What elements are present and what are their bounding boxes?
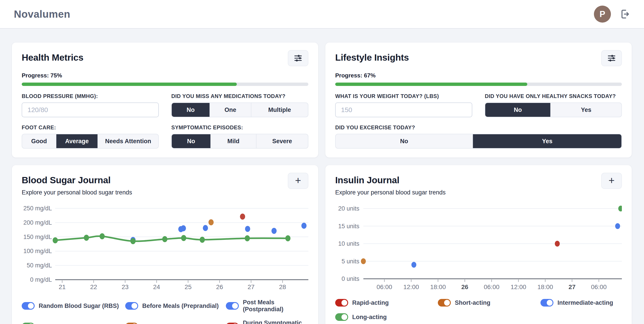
legend-item-post-meals-postprandial: Post Meals (Postprandial) [226, 299, 308, 313]
foot-care-label: FOOT CARE: [22, 124, 159, 131]
toggle-switch-post-meals-postprandial[interactable] [226, 302, 239, 310]
segment-option-yes[interactable]: Yes [473, 134, 622, 148]
health-metrics-settings-button[interactable] [288, 50, 308, 66]
toggle-knob [28, 303, 34, 309]
toggle-switch-fasting-blood-sugar[interactable] [22, 323, 35, 324]
svg-text:22: 22 [90, 283, 97, 290]
toggle-switch-feeling-unwell-or-stressed[interactable] [125, 323, 138, 324]
svg-text:200 mg/dL: 200 mg/dL [23, 219, 52, 226]
foot-care-segmented: GoodAverageNeeds Attention [22, 134, 159, 149]
insulin-add-button[interactable]: + [601, 173, 622, 189]
progress-bar-fill [22, 83, 237, 86]
card-blood-sugar-journal: Blood Sugar Journal Explore your persona… [12, 165, 318, 324]
legend-label: Intermediate-acting [558, 299, 613, 306]
lifestyle-insights-settings-button[interactable] [601, 50, 622, 66]
svg-text:26: 26 [216, 283, 223, 290]
legend-label: Long-acting [352, 314, 386, 321]
field-weight: WHAT IS YOUR WEIGHT TODAY? (LBS) [335, 93, 472, 117]
svg-text:0 units: 0 units [342, 275, 359, 282]
segment-option-severe[interactable]: Severe [256, 134, 308, 148]
segment-option-one[interactable]: One [210, 103, 251, 117]
blood-sugar-journal-subtitle: Explore your personal blood sugar trends [22, 189, 132, 196]
svg-text:12:00: 12:00 [404, 283, 419, 290]
progress-label: Progress: 75% [22, 72, 308, 79]
legend-label: During Symptomatic Episode [243, 319, 308, 324]
plus-icon: + [295, 175, 301, 185]
sliders-icon [293, 53, 303, 63]
logout-button[interactable] [620, 9, 630, 19]
segment-option-good[interactable]: Good [22, 134, 56, 148]
toggle-switch-short-acting[interactable] [438, 299, 451, 306]
blood-sugar-chart: 0 mg/dL50 mg/dL100 mg/dL150 mg/dL200 mg/… [22, 201, 308, 293]
toggle-switch-during-symptomatic-episode[interactable] [226, 323, 239, 324]
plus-icon: + [609, 175, 615, 185]
dashboard-grid: Health Metrics Progress: 75% BLOOD PRESS… [0, 29, 644, 324]
svg-text:50 mg/dL: 50 mg/dL [26, 262, 52, 269]
toggle-switch-rapid-acting[interactable] [335, 299, 348, 306]
legend-item-rapid-acting: Rapid-acting [335, 299, 438, 306]
toggle-knob [547, 300, 552, 306]
blood-pressure-input[interactable] [22, 103, 159, 117]
legend-label: Rapid-acting [352, 299, 389, 306]
segment-option-needs-attention[interactable]: Needs Attention [98, 134, 158, 148]
toggle-knob [342, 300, 347, 306]
segment-option-no[interactable]: No [172, 134, 211, 148]
svg-text:12:00: 12:00 [510, 283, 526, 290]
symptomatic-episodes-segmented: NoMildSevere [171, 134, 308, 149]
legend-label: Before Meals (Preprandial) [142, 302, 219, 309]
toggle-knob [342, 314, 347, 320]
svg-text:27: 27 [248, 283, 254, 290]
blood-sugar-add-button[interactable]: + [288, 173, 308, 189]
field-symptomatic-episodes: SYMPTOMATIC EPISODES: NoMildSevere [171, 124, 308, 149]
svg-text:06:00: 06:00 [591, 283, 607, 290]
svg-text:06:00: 06:00 [376, 283, 392, 290]
segment-option-yes[interactable]: Yes [551, 103, 622, 117]
segment-option-multiple[interactable]: Multiple [251, 103, 308, 117]
svg-text:150 mg/dL: 150 mg/dL [23, 234, 52, 240]
legend-item-random-blood-sugar-rbs: Random Blood Sugar (RBS) [22, 299, 125, 313]
app-title: Novalumen [14, 8, 70, 20]
avatar[interactable]: P [594, 6, 611, 23]
weight-input[interactable] [335, 103, 472, 117]
healthy-snacks-segmented: NoYes [485, 103, 622, 117]
toggle-switch-random-blood-sugar-rbs[interactable] [22, 302, 35, 310]
app-header: Novalumen P [0, 0, 644, 29]
legend-item-before-meals-preprandial: Before Meals (Preprandial) [125, 299, 226, 313]
field-missed-medications: DID YOU MISS ANY MEDICATIONS TODAY? NoOn… [171, 93, 308, 117]
svg-text:24: 24 [153, 283, 160, 290]
toggle-switch-before-meals-preprandial[interactable] [125, 302, 138, 310]
field-foot-care: FOOT CARE: GoodAverageNeeds Attention [22, 124, 159, 149]
legend-item-intermediate-acting: Intermediate-acting [540, 299, 622, 306]
blood-sugar-legend: Random Blood Sugar (RBS)Before Meals (Pr… [22, 299, 308, 324]
segment-option-no[interactable]: No [485, 103, 551, 117]
field-exercise: DID YOU EXCERCISE TODAY? NoYes [335, 124, 622, 149]
insulin-legend: Rapid-actingShort-actingIntermediate-act… [335, 299, 622, 321]
svg-text:18:00: 18:00 [430, 283, 446, 290]
sliders-icon [607, 53, 616, 63]
card-insulin-journal: Insulin Journal Explore your personal bl… [325, 165, 632, 324]
progress-bar [22, 83, 308, 86]
segment-option-no[interactable]: No [336, 134, 473, 148]
svg-text:10 units: 10 units [338, 240, 359, 247]
legend-label: Feeling Unwell or Stressed [142, 323, 219, 324]
field-blood-pressure: BLOOD PRESSURE (MMHG): [22, 93, 159, 117]
segment-option-average[interactable]: Average [56, 134, 98, 148]
toggle-switch-intermediate-acting[interactable] [540, 299, 554, 306]
svg-text:06:00: 06:00 [484, 283, 499, 290]
legend-label: Random Blood Sugar (RBS) [39, 302, 119, 309]
health-metrics-title: Health Metrics [22, 52, 84, 63]
segment-option-no[interactable]: No [172, 103, 210, 117]
insulin-journal-title: Insulin Journal [335, 175, 446, 185]
toggle-switch-long-acting[interactable] [335, 313, 348, 321]
blood-pressure-label: BLOOD PRESSURE (MMHG): [22, 93, 159, 99]
symptomatic-episodes-label: SYMPTOMATIC EPISODES: [171, 124, 308, 131]
logout-icon [620, 9, 630, 19]
blood-sugar-journal-title: Blood Sugar Journal [22, 175, 132, 185]
missed-medications-label: DID YOU MISS ANY MEDICATIONS TODAY? [171, 93, 308, 99]
segment-option-mild[interactable]: Mild [211, 134, 256, 148]
missed-medications-segmented: NoOneMultiple [171, 103, 308, 117]
svg-text:20 units: 20 units [338, 205, 359, 212]
legend-item-short-acting: Short-acting [438, 299, 540, 306]
svg-text:5 units: 5 units [342, 258, 359, 265]
progress-label: Progress: 67% [335, 72, 622, 79]
